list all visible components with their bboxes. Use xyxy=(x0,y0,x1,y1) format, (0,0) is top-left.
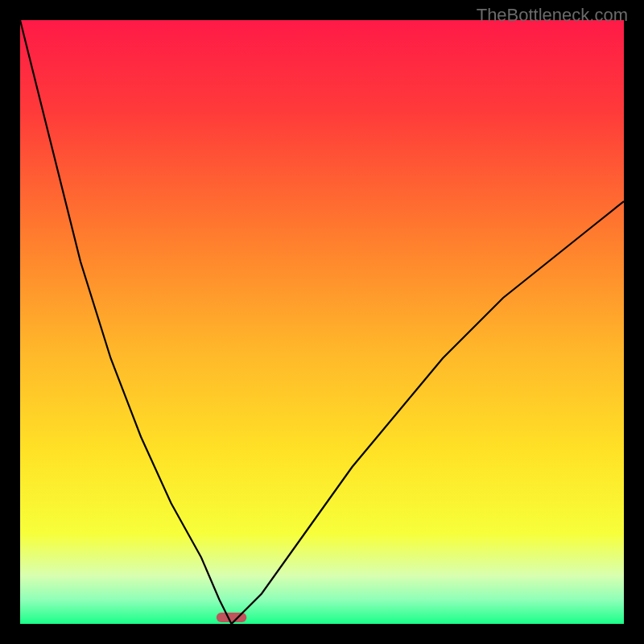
chart-container xyxy=(20,20,624,624)
bottleneck-chart xyxy=(20,20,624,624)
chart-background xyxy=(20,20,624,624)
watermark-text: TheBottleneck.com xyxy=(477,5,628,26)
